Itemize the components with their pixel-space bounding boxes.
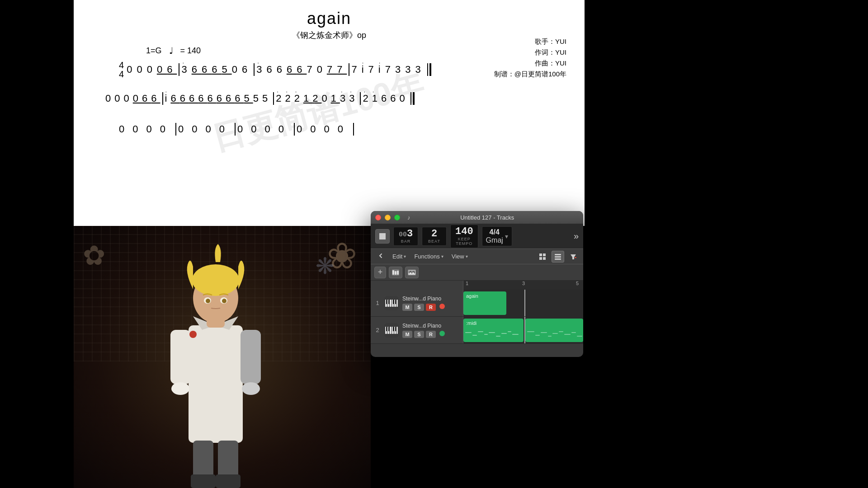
- svg-point-16: [189, 331, 197, 338]
- add-button[interactable]: +: [374, 267, 386, 278]
- track-1-midi-block[interactable]: again: [463, 291, 506, 315]
- edit-menu[interactable]: Edit ▾: [390, 252, 409, 261]
- ruler-mark-3: 3: [522, 281, 525, 286]
- notation-row-3: 0 0 0 0 0 0 0 0 0 0 0 0 0 0 0 0: [119, 123, 566, 136]
- track-2-num: 2: [374, 327, 381, 333]
- track-1-num: 1: [374, 300, 381, 306]
- track-row: 1: [371, 290, 583, 317]
- add-track-type-button[interactable]: [389, 267, 402, 278]
- bar-line: [360, 92, 361, 105]
- svg-rect-58: [393, 327, 394, 331]
- bar-line: [349, 63, 349, 76]
- ruler: 1 3 5: [463, 281, 583, 290]
- beat-label: BEAT: [426, 239, 443, 244]
- track-2-midi-block-2[interactable]: [525, 319, 583, 342]
- time-sig-chevron[interactable]: ▾: [505, 233, 508, 240]
- fast-forward-button[interactable]: »: [574, 231, 579, 241]
- grid-view-button[interactable]: [536, 251, 549, 263]
- svg-rect-24: [555, 256, 561, 258]
- svg-rect-44: [396, 300, 398, 307]
- list-icon: [554, 253, 561, 260]
- track-2-content[interactable]: :midi: [463, 317, 583, 343]
- track-2-record[interactable]: R: [426, 331, 436, 338]
- daw-toolbar: Edit ▾ Functions ▾ View ▾: [371, 249, 583, 264]
- track-2-solo[interactable]: S: [414, 331, 424, 338]
- bar-line: [294, 123, 295, 136]
- stop-button[interactable]: [375, 229, 390, 244]
- stop-icon: [379, 233, 386, 239]
- track-2-block-label: :midi: [466, 320, 476, 326]
- add-track-bar: +: [371, 264, 583, 281]
- track-header-spacer: [371, 281, 463, 290]
- time-sig-display: 4/4 Gmaj ▾: [482, 226, 512, 246]
- svg-rect-29: [395, 271, 396, 275]
- daw-titlebar: ♪ Untitled 127 - Tracks: [371, 211, 583, 224]
- functions-menu[interactable]: Functions ▾: [411, 252, 446, 261]
- final-bar: [427, 63, 431, 76]
- tempo-display: 140 KEEP TEMPO: [450, 225, 478, 248]
- svg-rect-23: [555, 254, 561, 255]
- close-button[interactable]: [375, 215, 381, 221]
- meta-singer: 歌手：YUI: [494, 36, 566, 47]
- bar-line: [175, 123, 176, 136]
- playhead-2: [524, 317, 525, 343]
- svg-rect-0: [189, 325, 243, 443]
- track-1-name: Steinw...d Piano: [402, 296, 459, 302]
- svg-rect-41: [390, 300, 392, 307]
- svg-rect-33: [409, 271, 410, 273]
- track-1-mute[interactable]: M: [402, 304, 412, 311]
- bar-line: [254, 63, 255, 76]
- track-1-content[interactable]: again: [463, 290, 583, 316]
- view-label: View: [452, 253, 464, 260]
- track-2-info: Steinw...d Piano M S R: [402, 323, 459, 338]
- svg-rect-47: [393, 300, 394, 304]
- filter-icon: [570, 253, 577, 260]
- track-1-solo[interactable]: S: [414, 304, 424, 311]
- filter-button[interactable]: [567, 251, 580, 263]
- list-view-button[interactable]: [552, 251, 564, 263]
- svg-rect-28: [392, 270, 394, 275]
- svg-rect-3: [170, 330, 191, 384]
- ruler-mark-1: 1: [466, 281, 468, 286]
- functions-label: Functions: [414, 253, 439, 260]
- bar-line: [235, 123, 236, 136]
- svg-rect-22: [543, 257, 546, 260]
- view-menu[interactable]: View ▾: [449, 252, 471, 261]
- key-signature: 1=G: [146, 46, 162, 56]
- svg-point-11: [222, 299, 226, 303]
- svg-rect-56: [386, 327, 387, 331]
- playhead: [524, 290, 525, 316]
- edit-label: Edit: [392, 253, 402, 260]
- bar-display: 003 BAR: [393, 227, 418, 246]
- back-button[interactable]: [374, 251, 387, 262]
- tracks-area: 1: [371, 290, 583, 344]
- minimize-button[interactable]: [385, 215, 391, 221]
- track-2-midi-block-1[interactable]: :midi: [463, 319, 524, 342]
- beat-value: 2: [426, 229, 443, 239]
- anime-area: ❀ ❋ ✿: [74, 226, 371, 488]
- svg-rect-26: [575, 257, 576, 258]
- track-1-record[interactable]: R: [426, 304, 436, 311]
- svg-rect-14: [191, 474, 216, 488]
- track-1-icon: [384, 296, 399, 310]
- key-value: Gmaj: [486, 237, 503, 244]
- track-2-header: 2: [371, 317, 463, 343]
- track-1-info: Steinw...d Piano M S R: [402, 296, 459, 311]
- final-bar-2: [410, 92, 415, 105]
- add-midi-button[interactable]: [405, 267, 419, 278]
- bar-label: BAR: [397, 239, 414, 244]
- left-panel: [0, 0, 74, 488]
- tempo-note-icon: ♩: [169, 45, 173, 56]
- tempo-value: 140: [455, 227, 473, 237]
- track-2-mute[interactable]: M: [402, 331, 412, 338]
- tempo-label-top: KEEP: [458, 237, 471, 241]
- svg-point-7: [192, 264, 239, 296]
- svg-rect-34: [410, 271, 411, 272]
- time-sig-value: 4/4: [490, 229, 500, 236]
- svg-rect-25: [555, 258, 561, 260]
- track-2-name: Steinw...d Piano: [402, 323, 459, 329]
- beat-display: 2 BEAT: [422, 227, 447, 246]
- svg-rect-36: [413, 271, 414, 272]
- svg-rect-46: [388, 300, 390, 304]
- bar-line: [273, 92, 274, 105]
